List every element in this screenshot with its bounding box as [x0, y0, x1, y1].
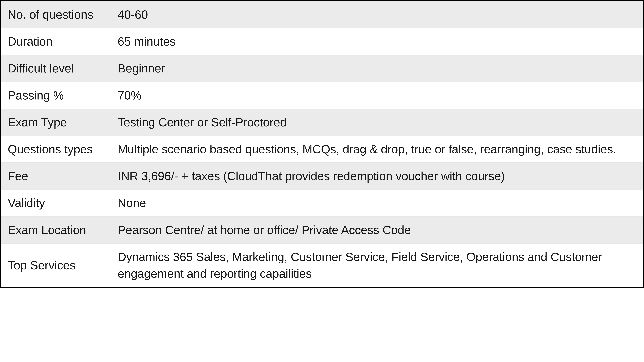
exam-details-table-container: No. of questions 40-60 Duration 65 minut… [0, 0, 644, 288]
row-label: Fee [1, 163, 107, 190]
exam-details-table: No. of questions 40-60 Duration 65 minut… [1, 1, 643, 287]
table-row: Exam Type Testing Center or Self-Proctor… [1, 109, 643, 136]
row-label: Top Services [1, 243, 107, 287]
row-value: Testing Center or Self-Proctored [107, 109, 643, 136]
row-label: Exam Location [1, 216, 107, 243]
row-value: Pearson Centre/ at home or office/ Priva… [107, 216, 643, 243]
row-label: Passing % [1, 82, 107, 109]
row-value: INR 3,696/- + taxes (CloudThat provides … [107, 163, 643, 190]
table-row: Duration 65 minutes [1, 28, 643, 55]
row-value: 65 minutes [107, 28, 643, 55]
row-value: 70% [107, 82, 643, 109]
row-value: None [107, 190, 643, 216]
table-row: Fee INR 3,696/- + taxes (CloudThat provi… [1, 163, 643, 190]
table-row: Passing % 70% [1, 82, 643, 109]
table-row: Top Services Dynamics 365 Sales, Marketi… [1, 243, 643, 287]
table-row: No. of questions 40-60 [1, 1, 643, 28]
row-value: Dynamics 365 Sales, Marketing, Customer … [107, 243, 643, 287]
table-row: Difficult level Beginner [1, 55, 643, 82]
row-value: 40-60 [107, 1, 643, 28]
table-row: Exam Location Pearson Centre/ at home or… [1, 216, 643, 243]
row-label: Exam Type [1, 109, 107, 136]
row-label: No. of questions [1, 1, 107, 28]
row-label: Questions types [1, 136, 107, 163]
row-label: Difficult level [1, 55, 107, 82]
row-value: Beginner [107, 55, 643, 82]
table-row: Validity None [1, 190, 643, 216]
table-row: Questions types Multiple scenario based … [1, 136, 643, 163]
row-value: Multiple scenario based questions, MCQs,… [107, 136, 643, 163]
row-label: Validity [1, 190, 107, 216]
row-label: Duration [1, 28, 107, 55]
